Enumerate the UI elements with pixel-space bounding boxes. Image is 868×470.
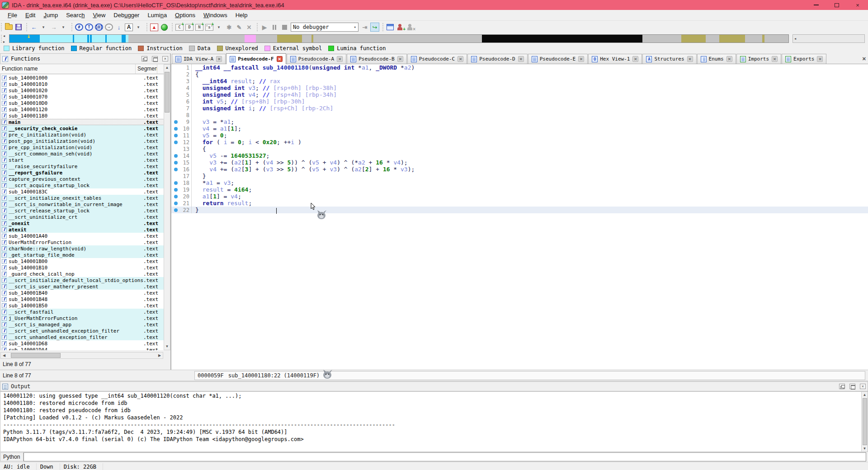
minimize-button[interactable] bbox=[806, 0, 826, 10]
tabbar-close-icon[interactable]: ✕ bbox=[862, 56, 866, 62]
code-line[interactable]: 15 v3 += (a2[1] + (v4 >> 5)) ^ (v5 + v4)… bbox=[171, 159, 868, 166]
function-row[interactable]: f__raise_securityfailure.text bbox=[1, 163, 164, 169]
menu-jump[interactable]: Jump bbox=[39, 10, 62, 20]
output-vertical-scrollbar[interactable]: ▲ ▼ bbox=[861, 392, 868, 451]
navband-scroll-right-icon[interactable]: ▸ bbox=[3, 40, 9, 44]
function-row[interactable]: f__scrt_acquire_startup_lock.text bbox=[1, 182, 164, 188]
function-row[interactable]: fsub_140001D68.text bbox=[1, 340, 164, 347]
function-row[interactable]: fsub_140001120.text bbox=[1, 106, 164, 113]
debug-pause-icon[interactable] bbox=[270, 23, 279, 32]
function-row[interactable]: fsub_14000183C.text bbox=[1, 188, 164, 195]
code-line[interactable]: 8 bbox=[171, 112, 868, 118]
rename-icon[interactable]: A bbox=[124, 23, 133, 32]
function-row[interactable]: fsub_140001A40.text bbox=[1, 233, 164, 239]
menu-windows[interactable]: Windows bbox=[199, 10, 231, 20]
function-row[interactable]: fsub_1400010D0.text bbox=[1, 100, 164, 106]
navigation-band[interactable]: ↓ bbox=[9, 34, 789, 43]
scroll-left-icon[interactable]: ◀ bbox=[1, 353, 7, 357]
tab-close-icon[interactable]: ✕ bbox=[397, 56, 403, 62]
jump-address-icon[interactable]: ↓ bbox=[114, 23, 123, 32]
function-row[interactable]: f__scrt_uninitialize_crt.text bbox=[1, 214, 164, 220]
add-breakpoint-icon[interactable]: + bbox=[396, 23, 405, 32]
tab-close-icon[interactable]: ✕ bbox=[518, 56, 524, 62]
function-row[interactable]: fUserMathErrorFunction.text bbox=[1, 239, 164, 245]
tab-ida-view-a[interactable]: IDA View-A✕ bbox=[172, 54, 226, 64]
open-file-icon[interactable] bbox=[4, 23, 13, 32]
tab-close-icon[interactable]: ✕ bbox=[337, 56, 343, 62]
scroll-up-icon[interactable]: ▲ bbox=[165, 65, 169, 71]
code-line[interactable]: 20 a1[1] = v4; bbox=[171, 193, 868, 200]
function-row[interactable]: fcharNode::raw_length(void).text bbox=[1, 245, 164, 252]
function-row[interactable]: fsub_140001B48.text bbox=[1, 296, 164, 302]
debug-start-icon[interactable]: ▶ bbox=[260, 23, 269, 32]
code-line[interactable]: 13 { bbox=[171, 146, 868, 152]
tab-structures[interactable]: Structures✕ bbox=[642, 54, 696, 64]
panel-restore-icon[interactable] bbox=[142, 56, 147, 61]
close-button[interactable]: × bbox=[847, 0, 868, 10]
code-line[interactable]: 16 v4 += (a2[3] + (v3 >> 5)) ^ (v5 + v3)… bbox=[171, 166, 868, 173]
tab-close-icon[interactable]: ✕ bbox=[277, 56, 283, 62]
navband-overflow-arrow-icon[interactable]: ◂ bbox=[794, 37, 796, 41]
panel-restore-icon[interactable] bbox=[839, 384, 845, 389]
function-row[interactable]: f__scrt_common_main_seh(void).text bbox=[1, 150, 164, 157]
forward-history-dropdown[interactable]: ▾ bbox=[59, 23, 68, 32]
tab-close-icon[interactable]: ✕ bbox=[817, 56, 823, 62]
column-segment[interactable]: Segment bbox=[136, 64, 157, 74]
tab-pseudocode-b[interactable]: Pseudocode-B✕ bbox=[347, 54, 406, 64]
function-row[interactable]: fsub_140001000.text bbox=[1, 75, 164, 81]
function-row[interactable]: fsub_140001180.text bbox=[1, 113, 164, 119]
code-line[interactable]: 5 unsigned int v4; // [rsp+4h] [rbp-34h] bbox=[171, 91, 868, 98]
function-row[interactable]: fj_UserMathErrorFunction.text bbox=[1, 315, 164, 321]
debug-stop-icon[interactable] bbox=[280, 23, 289, 32]
menu-file[interactable]: File bbox=[4, 10, 21, 20]
function-row[interactable]: fsub_140001070.text bbox=[1, 94, 164, 100]
function-row[interactable]: f__security_check_cookie.text bbox=[1, 125, 164, 132]
output-log[interactable]: 140001120: using guessed type __int64 su… bbox=[0, 391, 868, 452]
delete-breakpoint-icon[interactable]: × bbox=[406, 23, 415, 32]
code-line[interactable]: 4 unsigned int v3; // [rsp+0h] [rbp-38h] bbox=[171, 85, 868, 91]
scroll-thumb[interactable] bbox=[863, 398, 867, 445]
back-history-dropdown[interactable]: ▾ bbox=[39, 23, 48, 32]
lumina-icon[interactable] bbox=[160, 23, 169, 32]
function-row[interactable]: f_guard_check_icall_nop.text bbox=[1, 271, 164, 277]
tab-close-icon[interactable]: ✕ bbox=[216, 56, 222, 62]
code-line[interactable]: 10 v4 = a1[1]; bbox=[171, 125, 868, 132]
tab-close-icon[interactable]: ✕ bbox=[632, 56, 638, 62]
make-string-dropdown[interactable]: ▾ bbox=[215, 23, 224, 32]
tab-enums[interactable]: Enums✕ bbox=[697, 54, 736, 64]
code-line[interactable]: 18 *a1 = v3; bbox=[171, 179, 868, 186]
tab-close-icon[interactable]: ✕ bbox=[687, 56, 693, 62]
scroll-down-icon[interactable]: ▼ bbox=[863, 446, 867, 451]
tab-pseudocode-d[interactable]: Pseudocode-D✕ bbox=[467, 54, 527, 64]
tab-pseudocode-f[interactable]: Pseudocode-F✕ bbox=[226, 53, 286, 64]
functions-vertical-scrollbar[interactable]: ▲ ▼ bbox=[164, 64, 170, 350]
function-row[interactable]: fsub_140001B00.text bbox=[1, 258, 164, 264]
function-row[interactable]: fpost_pgo_initialization(void).text bbox=[1, 138, 164, 144]
search-binary-icon[interactable]: 101 bbox=[94, 23, 104, 32]
code-line[interactable]: 7 unsigned int i; // [rsp+Ch] [rbp-2Ch] bbox=[171, 105, 868, 112]
output-panel-header[interactable]: Output × bbox=[0, 381, 868, 391]
code-line[interactable]: 12 for ( i = 0; i < 0x20; ++i ) bbox=[171, 139, 868, 146]
function-row[interactable]: f__scrt_initialize_default_local_stdio_o… bbox=[1, 277, 164, 283]
function-row[interactable]: fsub_140001B50.text bbox=[1, 302, 164, 309]
code-line[interactable]: 17 } bbox=[171, 173, 868, 179]
functions-horizontal-scrollbar[interactable]: ◀ ▶ bbox=[0, 352, 163, 359]
scroll-thumb[interactable] bbox=[165, 72, 170, 113]
panel-close-icon[interactable]: × bbox=[860, 384, 866, 389]
search-text-icon[interactable]: T bbox=[85, 23, 94, 32]
function-row[interactable]: f__scrt_initialize_onexit_tables.text bbox=[1, 195, 164, 201]
panel-float-icon[interactable] bbox=[152, 56, 158, 61]
navigate-back-icon[interactable]: ← bbox=[29, 23, 38, 32]
menu-edit[interactable]: Edit bbox=[21, 10, 39, 20]
make-data-icon[interactable]: D bbox=[185, 23, 194, 32]
pseudocode-view[interactable]: 1__int64 __fastcall sub_140001180(unsign… bbox=[171, 64, 868, 370]
make-array-icon[interactable]: ✱ bbox=[225, 23, 234, 32]
function-row[interactable]: fsub_140001010.text bbox=[1, 81, 164, 87]
scroll-thumb[interactable] bbox=[11, 353, 61, 358]
code-line[interactable]: 19 result = 4i64; bbox=[171, 186, 868, 193]
functions-panel-header[interactable]: f Functions × bbox=[0, 53, 170, 64]
tab-pseudocode-a[interactable]: Pseudocode-A✕ bbox=[287, 54, 346, 64]
function-row[interactable]: f__scrt_is_managed_app.text bbox=[1, 321, 164, 328]
tab-close-icon[interactable]: ✕ bbox=[772, 56, 778, 62]
attach-process-icon[interactable]: ⇥ bbox=[360, 23, 369, 32]
